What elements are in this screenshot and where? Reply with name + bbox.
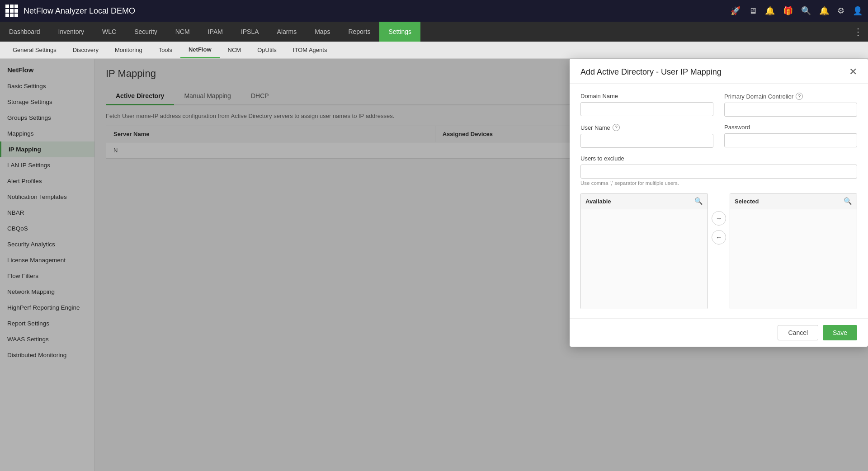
form-row-2: User Name ? Password (580, 124, 857, 148)
main-nav: Dashboard Inventory WLC Security NCM IPA… (0, 22, 868, 42)
form-row-3: Users to exclude Use comma ',' separator… (580, 155, 857, 186)
cancel-button[interactable]: Cancel (778, 325, 818, 340)
available-label: Available (585, 198, 611, 205)
sub-nav: General Settings Discovery Monitoring To… (0, 42, 868, 59)
sub-item-itomagents[interactable]: ITOM Agents (285, 42, 335, 58)
gear-icon[interactable]: ⚙ (837, 6, 844, 16)
nav-item-reports[interactable]: Reports (339, 22, 379, 42)
available-search-icon[interactable]: 🔍 (694, 197, 703, 205)
password-input[interactable] (724, 133, 857, 147)
search-icon[interactable]: 🔍 (801, 6, 811, 16)
available-box-header: Available 🔍 (581, 193, 708, 209)
username-label: User Name ? (580, 124, 713, 131)
primary-domain-help-icon[interactable]: ? (796, 93, 803, 100)
nav-more-dots[interactable]: ⋮ (848, 22, 868, 42)
sub-item-ncm[interactable]: NCM (220, 42, 250, 58)
sub-item-general[interactable]: General Settings (5, 42, 65, 58)
transfer-right-button[interactable]: → (712, 211, 726, 226)
primary-domain-label: Primary Domain Controller ? (724, 93, 857, 100)
nav-item-maps[interactable]: Maps (306, 22, 339, 42)
user-icon[interactable]: 👤 (853, 6, 863, 16)
notification-icon[interactable]: 🔔 (765, 6, 775, 16)
selected-box-header: Selected 🔍 (730, 193, 857, 209)
selected-box-content[interactable] (730, 209, 857, 309)
nav-item-alarms[interactable]: Alarms (268, 22, 306, 42)
form-group-username: User Name ? (580, 124, 713, 148)
form-group-users-exclude: Users to exclude Use comma ',' separator… (580, 155, 857, 186)
monitor-icon[interactable]: 🖥 (749, 6, 757, 16)
layout: NetFlow Basic Settings Storage Settings … (0, 59, 868, 471)
alert-icon[interactable]: 🔔 (819, 6, 829, 16)
nav-item-wlc[interactable]: WLC (93, 22, 125, 42)
modal: Add Active Directory - User IP Mapping ✕… (570, 59, 868, 347)
nav-item-dashboard[interactable]: Dashboard (0, 22, 49, 42)
sub-item-discovery[interactable]: Discovery (65, 42, 107, 58)
nav-item-security[interactable]: Security (125, 22, 166, 42)
top-bar: NetFlow Analyzer Local DEMO 🚀 🖥 🔔 🎁 🔍 🔔 … (0, 0, 868, 22)
domain-name-input[interactable] (580, 102, 713, 116)
modal-title: Add Active Directory - User IP Mapping (580, 67, 722, 77)
modal-header: Add Active Directory - User IP Mapping ✕ (570, 59, 868, 84)
app-title: NetFlow Analyzer Local DEMO (24, 6, 135, 16)
nav-item-inventory[interactable]: Inventory (49, 22, 94, 42)
available-box: Available 🔍 (580, 193, 708, 309)
form-row-1: Domain Name Primary Domain Controller ? (580, 93, 857, 117)
selected-label: Selected (735, 198, 759, 205)
transfer-arrows: → ← (712, 193, 726, 245)
transfer-container: Available 🔍 → ← Selected � (580, 193, 857, 309)
grid-icon[interactable] (5, 5, 18, 17)
modal-overlay: Add Active Directory - User IP Mapping ✕… (0, 59, 868, 471)
primary-domain-input[interactable] (724, 103, 857, 117)
form-group-domain-name: Domain Name (580, 93, 713, 117)
nav-item-ncm[interactable]: NCM (166, 22, 199, 42)
username-input[interactable] (580, 134, 713, 148)
modal-body: Domain Name Primary Domain Controller ? (570, 84, 868, 318)
nav-item-ipam[interactable]: IPAM (199, 22, 232, 42)
modal-close-button[interactable]: ✕ (849, 67, 857, 77)
form-group-password: Password (724, 124, 857, 148)
password-label: Password (724, 124, 857, 131)
users-exclude-input[interactable] (580, 165, 857, 179)
form-group-primary-domain: Primary Domain Controller ? (724, 93, 857, 117)
transfer-left-button[interactable]: ← (712, 230, 726, 245)
rocket-icon[interactable]: 🚀 (731, 6, 741, 16)
sub-item-monitoring[interactable]: Monitoring (107, 42, 151, 58)
selected-box: Selected 🔍 (730, 193, 857, 309)
username-help-icon[interactable]: ? (613, 124, 620, 131)
top-icons: 🚀 🖥 🔔 🎁 🔍 🔔 ⚙ 👤 (731, 6, 863, 16)
users-exclude-label: Users to exclude (580, 155, 857, 162)
save-button[interactable]: Save (823, 325, 857, 340)
gift-icon[interactable]: 🎁 (783, 6, 793, 16)
sub-item-tools[interactable]: Tools (151, 42, 180, 58)
nav-item-ipsla[interactable]: IPSLA (232, 22, 268, 42)
users-exclude-hint: Use comma ',' separator for multiple use… (580, 180, 857, 186)
modal-footer: Cancel Save (570, 318, 868, 347)
sub-item-oputils[interactable]: OpUtils (249, 42, 285, 58)
nav-item-settings[interactable]: Settings (379, 22, 420, 42)
sub-item-netflow[interactable]: NetFlow (180, 42, 220, 58)
domain-name-label: Domain Name (580, 93, 713, 99)
selected-search-icon[interactable]: 🔍 (844, 197, 852, 205)
available-box-content[interactable] (581, 209, 708, 309)
